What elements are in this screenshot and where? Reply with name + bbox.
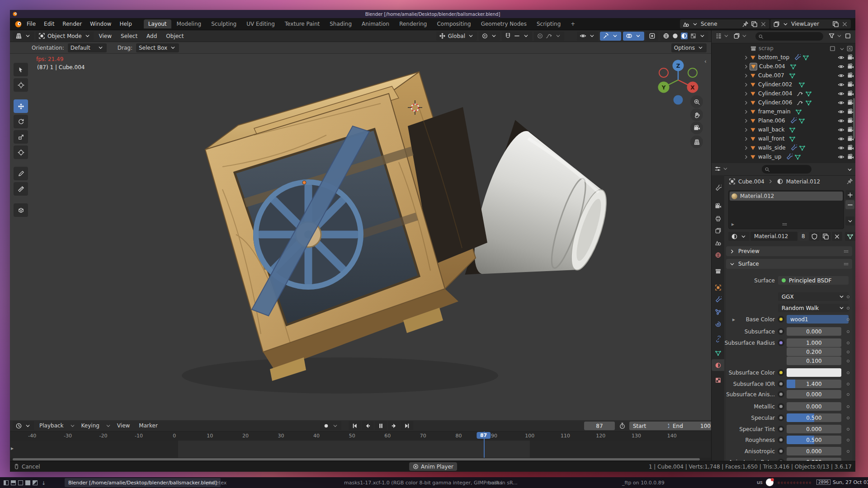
mesh-data-icon[interactable]	[798, 117, 805, 124]
timeline-editor-type-button[interactable]	[13, 421, 34, 430]
outliner-scrollbar[interactable]	[853, 98, 855, 139]
close-icon[interactable]	[760, 21, 767, 28]
modifier-icon[interactable]	[794, 54, 801, 61]
hide-eye-icon[interactable]	[838, 54, 844, 61]
pan-button[interactable]	[690, 108, 703, 121]
animate-dot[interactable]	[847, 428, 849, 431]
menu-object[interactable]: Object	[162, 32, 187, 41]
tab-world[interactable]	[712, 249, 724, 261]
mesh-data-icon[interactable]	[798, 81, 805, 88]
mesh-data-icon[interactable]	[789, 127, 796, 133]
outliner-item-frame_main[interactable]: frame_main	[712, 107, 855, 116]
next-keyframe-button[interactable]	[388, 421, 400, 430]
zoom-button[interactable]	[690, 95, 703, 108]
menu-keying[interactable]: Keying	[78, 421, 103, 430]
disable-render-icon[interactable]	[847, 90, 854, 97]
checkbox-icon[interactable]	[829, 45, 836, 52]
tab-view-layer[interactable]	[712, 225, 724, 236]
base-color-field[interactable]: wood1	[787, 315, 849, 324]
animate-dot[interactable]	[847, 318, 849, 321]
stop-player-icon[interactable]	[413, 464, 419, 469]
outliner-item-cylinder004[interactable]: Cylinder.004	[712, 89, 855, 98]
socket-dot-button[interactable]	[778, 339, 784, 346]
ortho-toggle-button[interactable]	[690, 136, 703, 148]
new-workspace-button[interactable]: +	[566, 19, 580, 28]
gizmo-z-label[interactable]: Z	[676, 63, 680, 69]
tab-rendering[interactable]: Rendering	[395, 19, 431, 28]
animate-dot[interactable]	[847, 439, 849, 441]
tab-scene[interactable]	[712, 237, 724, 249]
modifier-icon[interactable]	[790, 117, 797, 124]
tool-annotate[interactable]	[14, 167, 28, 180]
mesh-data-icon[interactable]	[795, 108, 802, 115]
hide-eye-icon[interactable]	[838, 136, 844, 142]
material-slot-row[interactable]: Material.012	[730, 192, 843, 201]
mesh-data-icon[interactable]	[805, 99, 812, 106]
modifier-icon[interactable]	[790, 145, 797, 151]
animate-dot[interactable]	[847, 351, 849, 353]
hide-eye-icon[interactable]	[838, 63, 844, 70]
new-collection-button[interactable]	[844, 33, 851, 41]
outliner-search-input[interactable]	[755, 32, 823, 41]
disclosure-icon[interactable]	[743, 154, 750, 160]
hide-eye-icon[interactable]	[838, 90, 844, 97]
tool-transform[interactable]	[14, 145, 28, 159]
unlink-material-button[interactable]	[832, 232, 842, 241]
gizmo-toggle[interactable]	[600, 32, 621, 41]
view-layer-selector[interactable]: ViewLayer	[770, 19, 851, 28]
outliner-item-cylinder002[interactable]: Cylinder.002	[712, 80, 855, 89]
disable-render-icon[interactable]	[847, 81, 854, 88]
add-slot-button[interactable]	[845, 190, 854, 199]
mesh-data-icon[interactable]	[802, 54, 809, 61]
hide-eye-icon[interactable]	[838, 72, 844, 79]
disclosure-icon[interactable]	[743, 127, 750, 133]
start-frame-field[interactable]: Start1	[629, 422, 675, 430]
tab-tool[interactable]	[712, 182, 724, 194]
menu-playback[interactable]: Playback	[36, 421, 67, 430]
timeline-scrollbar[interactable]	[13, 458, 700, 460]
transform-orientation-dropdown[interactable]: Global	[436, 32, 477, 41]
orientation-dropdown[interactable]: Default	[68, 43, 107, 52]
editor-type-button[interactable]	[13, 32, 34, 41]
outliner-item-wall_front[interactable]: wall_front	[712, 134, 855, 143]
animate-dot[interactable]	[847, 417, 849, 419]
link-mode-button[interactable]	[845, 232, 855, 241]
disable-render-icon[interactable]	[847, 72, 854, 79]
animation-icon[interactable]	[797, 90, 803, 97]
menu-help[interactable]: Help	[116, 19, 135, 28]
window-titlebar[interactable]: Blender [/home/amalie/Desktop/blender/ba…	[10, 10, 855, 18]
anim-player-badge[interactable]: Anim Player	[409, 462, 457, 471]
tab-texture-paint[interactable]: Texture Paint	[280, 19, 324, 28]
outliner-item-wall_back[interactable]: wall_back	[712, 125, 855, 134]
tab-layout[interactable]: Layout	[144, 19, 171, 28]
hide-eye-icon[interactable]	[838, 117, 844, 124]
mesh-data-icon[interactable]	[799, 145, 806, 151]
animate-dot[interactable]	[847, 450, 849, 453]
wm-layout-icons[interactable]: ↓	[4, 480, 46, 486]
task-ftp[interactable]: _ftp on 10.0.0.89	[618, 478, 668, 487]
mesh-data-icon[interactable]	[805, 90, 812, 97]
gizmo-y-label[interactable]: Y	[661, 84, 666, 91]
jump-to-start-button[interactable]	[349, 421, 361, 430]
slot-specials-button[interactable]	[845, 216, 854, 225]
browse-material-button[interactable]	[728, 232, 750, 241]
playhead-frame-label[interactable]: 87	[476, 432, 491, 439]
proportional-edit-toggle[interactable]	[534, 32, 564, 41]
prev-keyframe-button[interactable]	[362, 421, 374, 430]
breadcrumb-material[interactable]: Material.012	[786, 178, 820, 185]
task-masks[interactable]: masks	[483, 478, 506, 487]
mesh-data-icon[interactable]	[789, 136, 796, 142]
tab-render[interactable]	[712, 200, 724, 212]
outliner-item-walls_side[interactable]: walls_side	[712, 143, 855, 152]
wm-icon-2[interactable]	[11, 480, 16, 485]
animate-dot[interactable]	[847, 383, 849, 385]
tab-scripting[interactable]: Scripting	[532, 19, 565, 28]
keyboard-layout[interactable]: us	[757, 479, 763, 485]
specular-slider[interactable]: 0.500	[787, 413, 841, 422]
properties-options-button[interactable]	[846, 166, 853, 174]
close-icon[interactable]	[841, 21, 848, 28]
outliner-item-bottom_top[interactable]: bottom_top	[712, 53, 855, 62]
panel-preview[interactable]: Preview	[726, 246, 852, 256]
hide-eye-icon[interactable]	[838, 99, 844, 106]
distribution-dropdown[interactable]: GGX	[778, 292, 849, 301]
